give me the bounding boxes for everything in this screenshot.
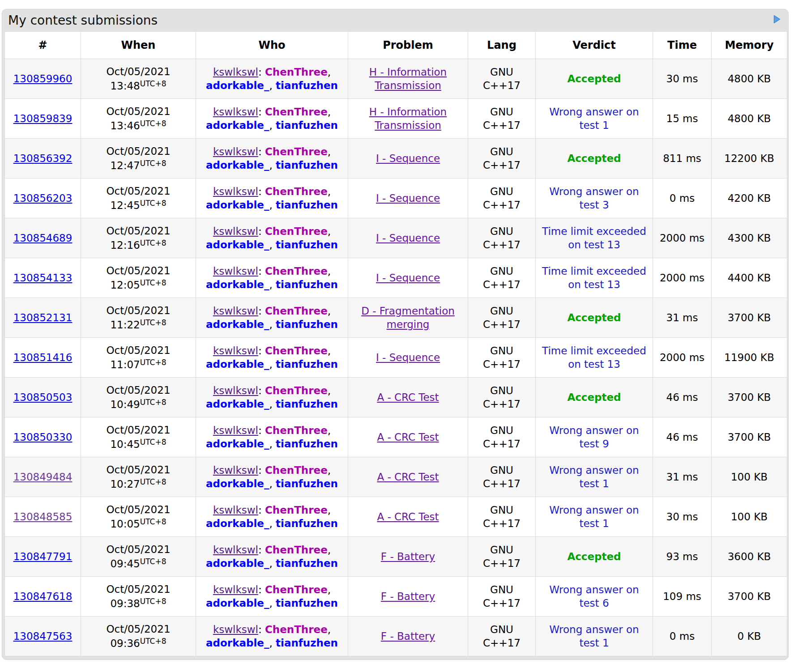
member-handle[interactable]: adorkable_ <box>206 279 269 290</box>
member-handle[interactable]: tianfuzhen <box>276 557 338 569</box>
team-link[interactable]: kswlkswl <box>213 186 258 197</box>
member-handle[interactable]: tianfuzhen <box>276 637 338 649</box>
team-link[interactable]: kswlkswl <box>213 425 258 436</box>
submission-id-link[interactable]: 130859839 <box>13 113 73 124</box>
team-link[interactable]: kswlkswl <box>213 624 258 635</box>
problem-link[interactable]: A - CRC Test <box>377 431 439 443</box>
problem-link[interactable]: A - CRC Test <box>377 471 439 483</box>
who-cell: kswlkswl: ChenThree,adorkable_, tianfuzh… <box>196 218 348 258</box>
team-link[interactable]: kswlkswl <box>213 106 258 118</box>
problem-link[interactable]: D - Fragmentationmerging <box>361 305 455 330</box>
team-link[interactable]: kswlkswl <box>213 464 258 476</box>
member-handle[interactable]: adorkable_ <box>206 319 269 330</box>
verdict-cell: Time limit exceededon test 13 <box>536 258 653 298</box>
team-link[interactable]: kswlkswl <box>213 305 258 317</box>
submission-time: 12:05 <box>110 279 140 291</box>
team-link[interactable]: kswlkswl <box>213 146 258 157</box>
member-handle[interactable]: ChenThree <box>265 504 328 516</box>
submission-id-link[interactable]: 130850503 <box>13 391 73 403</box>
submission-id-link[interactable]: 130856203 <box>13 192 73 204</box>
member-handle[interactable]: tianfuzhen <box>276 358 338 370</box>
submission-id-link[interactable]: 130859960 <box>13 73 73 85</box>
member-handle[interactable]: adorkable_ <box>206 557 269 569</box>
member-handle[interactable]: tianfuzhen <box>276 159 338 171</box>
member-handle[interactable]: ChenThree <box>265 544 328 556</box>
team-link[interactable]: kswlkswl <box>213 265 258 277</box>
team-link[interactable]: kswlkswl <box>213 225 258 237</box>
problem-link[interactable]: H - InformationTransmission <box>369 106 447 131</box>
member-handle[interactable]: ChenThree <box>265 624 328 635</box>
problem-link[interactable]: F - Battery <box>381 630 435 642</box>
problem-cell: A - CRC Test <box>348 378 468 417</box>
problem-link[interactable]: A - CRC Test <box>377 511 439 523</box>
submission-id-link[interactable]: 130847563 <box>13 630 73 642</box>
member-handle[interactable]: tianfuzhen <box>276 597 338 609</box>
member-handle[interactable]: adorkable_ <box>206 398 269 410</box>
member-handle[interactable]: ChenThree <box>265 584 328 595</box>
table-row: 130854133 Oct/05/202112:05UTC+8 kswlkswl… <box>5 258 787 298</box>
member-handle[interactable]: ChenThree <box>265 265 328 277</box>
member-handle[interactable]: tianfuzhen <box>276 119 338 131</box>
member-handle[interactable]: adorkable_ <box>206 80 269 91</box>
member-handle[interactable]: ChenThree <box>265 106 328 118</box>
member-handle[interactable]: adorkable_ <box>206 478 269 489</box>
verdict-cell: Accepted <box>536 59 653 99</box>
member-handle[interactable]: ChenThree <box>265 225 328 237</box>
member-handle[interactable]: tianfuzhen <box>276 398 338 410</box>
member-handle[interactable]: tianfuzhen <box>276 279 338 290</box>
member-handle[interactable]: adorkable_ <box>206 438 269 450</box>
team-link[interactable]: kswlkswl <box>213 504 258 516</box>
play-triangle-icon[interactable] <box>773 15 781 24</box>
when-cell: Oct/05/202110:49UTC+8 <box>81 378 196 417</box>
problem-link[interactable]: I - Sequence <box>376 352 440 363</box>
problem-link[interactable]: A - CRC Test <box>377 391 439 403</box>
team-link[interactable]: kswlkswl <box>213 584 258 595</box>
submission-id-link[interactable]: 130847618 <box>13 591 73 602</box>
submission-id-link[interactable]: 130854689 <box>13 232 73 244</box>
problem-link[interactable]: I - Sequence <box>376 272 440 284</box>
member-handle[interactable]: adorkable_ <box>206 119 269 131</box>
member-handle[interactable]: adorkable_ <box>206 199 269 211</box>
member-handle[interactable]: tianfuzhen <box>276 80 338 91</box>
submission-id-link[interactable]: 130847791 <box>13 551 73 562</box>
member-handle[interactable]: ChenThree <box>265 146 328 157</box>
member-handle[interactable]: tianfuzhen <box>276 438 338 450</box>
member-handle[interactable]: adorkable_ <box>206 518 269 529</box>
submission-id-link[interactable]: 130848585 <box>13 511 73 523</box>
submission-id-link[interactable]: 130849484 <box>13 471 73 483</box>
team-link[interactable]: kswlkswl <box>213 66 258 78</box>
problem-link[interactable]: I - Sequence <box>376 153 440 164</box>
member-handle[interactable]: adorkable_ <box>206 239 269 251</box>
member-handle[interactable]: tianfuzhen <box>276 319 338 330</box>
member-handle[interactable]: tianfuzhen <box>276 199 338 211</box>
team-link[interactable]: kswlkswl <box>213 385 258 396</box>
member-handle[interactable]: adorkable_ <box>206 159 269 171</box>
submission-id-link[interactable]: 130850330 <box>13 431 73 443</box>
member-handle[interactable]: ChenThree <box>265 425 328 436</box>
problem-link[interactable]: F - Battery <box>381 591 435 602</box>
submission-id-link[interactable]: 130856392 <box>13 153 73 164</box>
member-handle[interactable]: ChenThree <box>265 66 328 78</box>
team-link[interactable]: kswlkswl <box>213 544 258 556</box>
problem-link[interactable]: F - Battery <box>381 551 435 562</box>
problem-link[interactable]: I - Sequence <box>376 192 440 204</box>
member-handle[interactable]: ChenThree <box>265 345 328 357</box>
member-handle[interactable]: adorkable_ <box>206 637 269 649</box>
submission-id-link[interactable]: 130851416 <box>13 352 73 363</box>
problem-link[interactable]: I - Sequence <box>376 232 440 244</box>
member-handle[interactable]: adorkable_ <box>206 358 269 370</box>
problem-link[interactable]: H - InformationTransmission <box>369 66 447 91</box>
submission-id-link[interactable]: 130852131 <box>13 312 73 323</box>
table-row: 130856203 Oct/05/202112:45UTC+8 kswlkswl… <box>5 179 787 218</box>
member-handle[interactable]: tianfuzhen <box>276 518 338 529</box>
team-link[interactable]: kswlkswl <box>213 345 258 357</box>
member-handle[interactable]: ChenThree <box>265 305 328 317</box>
member-handle[interactable]: tianfuzhen <box>276 478 338 489</box>
submission-id-link[interactable]: 130854133 <box>13 272 73 284</box>
member-handle[interactable]: ChenThree <box>265 385 328 396</box>
memory-cell: 3600 KB <box>712 537 787 577</box>
member-handle[interactable]: adorkable_ <box>206 597 269 609</box>
member-handle[interactable]: ChenThree <box>265 186 328 197</box>
member-handle[interactable]: ChenThree <box>265 464 328 476</box>
member-handle[interactable]: tianfuzhen <box>276 239 338 251</box>
